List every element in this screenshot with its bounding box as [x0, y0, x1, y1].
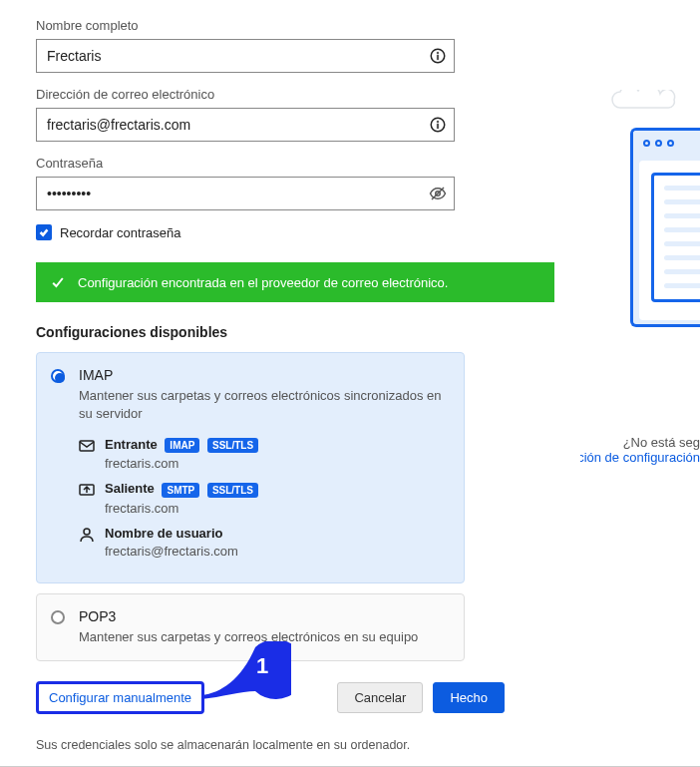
footer-note: Sus credenciales solo se almacenarán loc…: [36, 738, 523, 752]
incoming-host: frectaris.com: [105, 456, 450, 471]
outgoing-label: Saliente: [105, 481, 155, 496]
cancel-button[interactable]: Cancelar: [337, 682, 423, 713]
svg-point-4: [437, 121, 439, 123]
imap-desc: Mantener sus carpetas y correos electrón…: [79, 387, 450, 423]
remember-password-checkbox[interactable]: Recordar contraseña: [36, 224, 523, 240]
fullname-label: Nombre completo: [36, 18, 523, 33]
outgoing-host: frectaris.com: [105, 501, 450, 516]
configure-manually-button[interactable]: Configurar manualmente: [36, 681, 204, 714]
imap-title: IMAP: [79, 367, 450, 383]
radio-selected-icon: [51, 369, 65, 383]
email-input[interactable]: [36, 108, 455, 142]
smtp-badge: SMTP: [162, 483, 199, 498]
incoming-icon: [79, 438, 95, 454]
password-input[interactable]: [36, 177, 455, 210]
user-icon: [79, 527, 95, 543]
outgoing-icon: [79, 482, 95, 498]
pop3-title: POP3: [79, 608, 450, 624]
ssl-badge: SSL/TLS: [207, 438, 258, 453]
username-value: frectaris@frectaris.com: [105, 544, 450, 559]
svg-point-1: [437, 52, 439, 54]
incoming-label: Entrante: [105, 437, 158, 452]
email-label: Dirección de correo electrónico: [36, 87, 523, 102]
config-option-pop3[interactable]: POP3 Mantener sus carpetas y correos ele…: [36, 593, 465, 661]
remember-label: Recordar contraseña: [60, 225, 180, 240]
info-icon[interactable]: [429, 116, 447, 134]
username-label: Nombre de usuario: [105, 526, 222, 541]
imap-badge: IMAP: [165, 438, 199, 453]
eye-off-icon[interactable]: [429, 185, 447, 202]
info-icon[interactable]: [429, 47, 447, 65]
fullname-input[interactable]: [36, 39, 455, 73]
browser-illustration: [630, 128, 700, 327]
done-button[interactable]: Hecho: [433, 682, 505, 713]
svg-rect-8: [80, 441, 94, 451]
pop3-desc: Mantener sus carpetas y correos electrón…: [79, 628, 450, 646]
help-doc-link[interactable]: Documentación de configuración: [580, 450, 700, 465]
help-unsure-text: ¿No está seg: [623, 435, 700, 450]
success-banner: Configuración encontrada en el proveedor…: [36, 262, 554, 302]
svg-rect-5: [437, 124, 439, 129]
cloud-decoration: [610, 90, 690, 110]
checkbox-checked-icon: [36, 224, 52, 240]
ssl-badge: SSL/TLS: [207, 483, 258, 498]
svg-rect-2: [437, 55, 439, 60]
password-label: Contraseña: [36, 156, 523, 171]
radio-unselected-icon: [51, 610, 65, 624]
svg-point-10: [84, 529, 90, 535]
config-option-imap[interactable]: IMAP Mantener sus carpetas y correos ele…: [36, 352, 465, 583]
check-icon: [50, 274, 66, 290]
configs-title: Configuraciones disponibles: [36, 324, 523, 340]
